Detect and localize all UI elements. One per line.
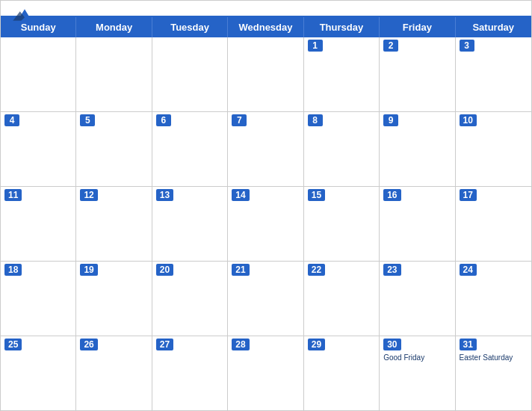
- day-cell: 23: [380, 262, 455, 336]
- day-cell: 7: [228, 112, 303, 186]
- day-number: 8: [308, 114, 323, 126]
- weeks-container: 1234567891011121314151617181920212223242…: [1, 37, 531, 410]
- day-cell: 3: [456, 37, 531, 111]
- day-number: 6: [156, 114, 171, 126]
- day-number: 31: [460, 339, 477, 350]
- day-number: 4: [4, 114, 19, 126]
- day-number: 17: [460, 189, 477, 201]
- day-number: 9: [383, 114, 398, 126]
- day-number: 29: [308, 339, 325, 350]
- day-number: 25: [4, 339, 22, 350]
- day-number: 5: [80, 114, 95, 126]
- day-number: 10: [460, 114, 477, 126]
- week-row-4: 18192021222324: [1, 262, 531, 336]
- calendar-grid: SundayMondayTuesdayWednesdayThursdayFrid…: [1, 16, 531, 410]
- day-number: 27: [156, 339, 173, 350]
- day-cell: 21: [228, 262, 303, 336]
- day-number: 28: [232, 339, 249, 350]
- day-cell: 9: [380, 112, 455, 186]
- day-cell: [152, 37, 228, 111]
- day-cell: 30Good Friday: [380, 336, 455, 410]
- day-cell: 4: [1, 112, 76, 186]
- day-cell: 17: [456, 187, 531, 261]
- day-number: 19: [80, 264, 97, 276]
- day-cell: 25: [1, 336, 76, 410]
- logo-area: [13, 7, 37, 24]
- day-header-tuesday: Tuesday: [152, 17, 228, 37]
- day-cell: [1, 37, 76, 111]
- day-header-thursday: Thursday: [304, 17, 380, 37]
- day-cell: 14: [228, 187, 303, 261]
- week-row-2: 45678910: [1, 112, 531, 187]
- day-cell: [76, 37, 152, 111]
- day-number: 18: [4, 264, 22, 276]
- day-number: 20: [156, 264, 173, 276]
- day-number: 23: [383, 264, 400, 276]
- day-cell: 8: [304, 112, 380, 186]
- day-cell: 10: [456, 112, 531, 186]
- day-cell: 27: [152, 336, 228, 410]
- day-number: 2: [383, 40, 398, 52]
- day-number: 24: [460, 264, 477, 276]
- day-cell: 19: [76, 262, 152, 336]
- day-number: 16: [383, 189, 400, 201]
- day-number: 11: [4, 189, 22, 201]
- svg-rect-2: [13, 21, 36, 23]
- day-number: 3: [460, 40, 474, 52]
- day-number: 22: [308, 264, 325, 276]
- holiday-name: Good Friday: [383, 353, 451, 362]
- calendar-header: [1, 1, 531, 16]
- day-number: 26: [80, 339, 97, 350]
- day-cell: 13: [152, 187, 228, 261]
- day-header-wednesday: Wednesday: [228, 17, 303, 37]
- day-cell: 16: [380, 187, 455, 261]
- day-cell: 11: [1, 187, 76, 261]
- day-number: 14: [232, 189, 249, 201]
- day-cell: 22: [304, 262, 380, 336]
- day-cell: 2: [380, 37, 455, 111]
- day-headers: SundayMondayTuesdayWednesdayThursdayFrid…: [1, 17, 531, 37]
- day-header-saturday: Saturday: [456, 17, 531, 37]
- calendar-container: SundayMondayTuesdayWednesdayThursdayFrid…: [0, 0, 532, 411]
- day-cell: 24: [456, 262, 531, 336]
- day-cell: [228, 37, 303, 111]
- day-cell: 6: [152, 112, 228, 186]
- day-number: 1: [308, 40, 323, 52]
- day-cell: 15: [304, 187, 380, 261]
- day-cell: 28: [228, 336, 303, 410]
- day-header-monday: Monday: [76, 17, 152, 37]
- day-number: 7: [232, 114, 247, 126]
- day-number: 12: [80, 189, 97, 201]
- day-cell: 1: [304, 37, 380, 111]
- day-number: 30: [383, 339, 400, 350]
- week-row-5: 252627282930Good Friday31Easter Saturday: [1, 336, 531, 410]
- day-cell: 29: [304, 336, 380, 410]
- day-cell: 31Easter Saturday: [456, 336, 531, 410]
- day-cell: 12: [76, 187, 152, 261]
- day-cell: 18: [1, 262, 76, 336]
- day-cell: 20: [152, 262, 228, 336]
- day-cell: 26: [76, 336, 152, 410]
- day-number: 15: [308, 189, 325, 201]
- day-header-friday: Friday: [380, 17, 455, 37]
- day-number: 13: [156, 189, 173, 201]
- week-row-1: 123: [1, 37, 531, 112]
- week-row-3: 11121314151617: [1, 187, 531, 262]
- holiday-name: Easter Saturday: [460, 353, 528, 362]
- day-number: 21: [232, 264, 249, 276]
- logo-icon: [13, 7, 37, 23]
- day-cell: 5: [76, 112, 152, 186]
